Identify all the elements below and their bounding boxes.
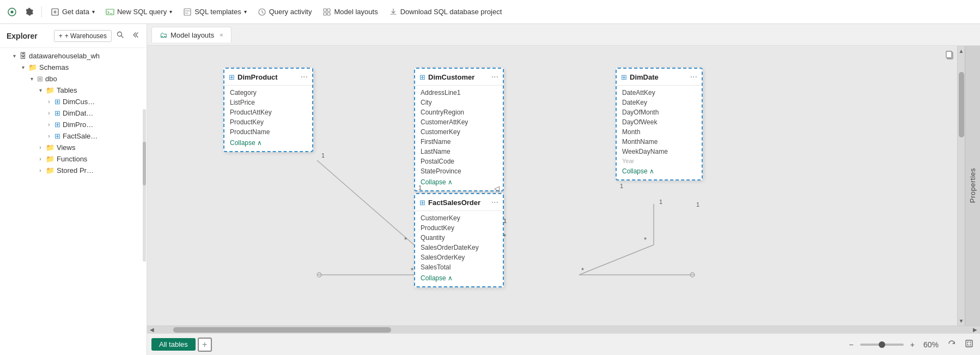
field-category[interactable]: Category: [224, 88, 312, 98]
sidebar-item-schemas[interactable]: ▾ 📁 Schemas: [0, 62, 147, 73]
table-menu-dimdate[interactable]: ···: [690, 72, 697, 82]
scrollbar-thumb[interactable]: [959, 72, 964, 137]
model-layouts-button[interactable]: Model layouts: [318, 5, 382, 19]
download-button[interactable]: Download SQL database project: [385, 5, 507, 19]
field-datekey[interactable]: DateKey: [617, 98, 702, 107]
scroll-up-button[interactable]: ▲: [958, 46, 965, 56]
sidebar-item-storedprocedures[interactable]: › 📁 Stored Pr…: [0, 165, 147, 176]
toolbar: Get data ▾ New SQL query ▾ SQL templates…: [0, 0, 980, 24]
field-city[interactable]: City: [415, 98, 503, 107]
chevron-down-icon: ▾: [20, 64, 26, 70]
sidebar-scrollbar-thumb[interactable]: [143, 142, 146, 185]
scroll-down-button[interactable]: ▼: [958, 316, 965, 326]
sidebar-item-dimproduct[interactable]: › ⊞ DimPro…: [0, 119, 147, 130]
get-data-button[interactable]: Get data ▾: [46, 5, 99, 19]
field-stateprovince[interactable]: StateProvince: [415, 166, 503, 176]
sidebar-item-functions[interactable]: › 📁 Functions: [0, 153, 147, 165]
table-card-header-dimcustomer: ⊞ DimCustomer ···: [415, 69, 503, 86]
zoom-slider[interactable]: [860, 344, 904, 346]
query-activity-button[interactable]: Query activity: [253, 5, 316, 19]
bottom-tabs: All tables +: [151, 338, 212, 352]
properties-panel[interactable]: Properties: [965, 46, 980, 326]
settings-icon[interactable]: [22, 4, 37, 20]
field-month[interactable]: Month: [617, 127, 702, 137]
zoom-minus-button[interactable]: −: [847, 339, 856, 350]
field-weekdayname[interactable]: WeekDayName: [617, 147, 702, 157]
scroll-right-button[interactable]: ▶: [970, 326, 980, 334]
search-button[interactable]: [115, 29, 126, 42]
table-card-dimcustomer[interactable]: ⊞ DimCustomer ··· AddressLine1 City Coun…: [414, 68, 504, 191]
field-productattkey[interactable]: ProductAttKey: [224, 107, 312, 117]
field-fact-salestotal[interactable]: SalesTotal: [415, 262, 503, 272]
copy-icon[interactable]: [945, 50, 955, 62]
refresh-button[interactable]: [945, 338, 958, 351]
add-tab-button[interactable]: +: [198, 338, 212, 352]
field-fact-salesorderkey[interactable]: SalesOrderKey: [415, 252, 503, 262]
field-year[interactable]: Year: [617, 157, 702, 165]
table-icon: ⊞: [621, 73, 627, 81]
collapse-sidebar-button[interactable]: [129, 29, 140, 42]
field-fact-quantity[interactable]: Quantity: [415, 233, 503, 243]
add-warehouse-button[interactable]: + + Warehouses: [54, 30, 112, 42]
home-icon[interactable]: [4, 4, 20, 20]
canvas[interactable]: * 1 * 1 * 1 *: [147, 46, 980, 326]
field-dateattkey[interactable]: DateAttKey: [617, 88, 702, 98]
h-scrollbar-thumb[interactable]: [173, 327, 391, 333]
sidebar-item-views[interactable]: › 📁 Views: [0, 142, 147, 153]
table-menu-dimproduct[interactable]: ···: [301, 72, 308, 82]
table-icon: ⊞: [419, 198, 425, 207]
svg-point-10: [118, 32, 122, 37]
all-tables-tab[interactable]: All tables: [151, 338, 196, 351]
field-addressline1[interactable]: AddressLine1: [415, 88, 503, 98]
table-menu-dimcustomer[interactable]: ···: [491, 72, 498, 82]
field-dayofweek[interactable]: DayOfWeek: [617, 117, 702, 127]
table-menu-factsalesorder[interactable]: ···: [491, 197, 498, 207]
fit-screen-button[interactable]: [963, 338, 976, 351]
tab-model-layouts[interactable]: 🗂 Model layouts ×: [151, 27, 232, 43]
sidebar-item-datawarehouse[interactable]: ▾ 🗄 datawarehouselab_wh: [0, 50, 147, 62]
field-postalcode[interactable]: PostalCode: [415, 157, 503, 166]
table-icon: ⊞: [229, 73, 235, 81]
divider-1: [41, 7, 42, 17]
field-dayofmonth[interactable]: DayOfMonth: [617, 107, 702, 117]
collapse-dimproduct[interactable]: Collapse ∧: [224, 137, 312, 149]
sql-templates-button[interactable]: SQL templates ▾: [179, 5, 251, 19]
collapse-dimdate[interactable]: Collapse ∧: [617, 165, 702, 177]
sidebar-item-dbo[interactable]: ▾ ⊞ dbo: [0, 73, 147, 85]
new-sql-query-button[interactable]: New SQL query ▾: [101, 5, 176, 19]
field-lastname[interactable]: LastName: [415, 147, 503, 157]
field-fact-salesorderdatekey[interactable]: SalesOrderDateKey: [415, 243, 503, 252]
field-productkey[interactable]: ProductKey: [224, 117, 312, 127]
sidebar-item-dimcustomer[interactable]: › ⊞ DimCus…: [0, 96, 147, 107]
relation-label-1-top: 1: [418, 184, 422, 191]
table-body-dimcustomer: AddressLine1 City CountryRegion Customer…: [415, 86, 503, 190]
field-productname[interactable]: ProductName: [224, 127, 312, 137]
table-card-dimproduct[interactable]: ⊞ DimProduct ··· Category ListPrice Prod…: [223, 68, 313, 152]
collapse-dimcustomer[interactable]: Collapse ∧: [415, 176, 503, 188]
field-countryregion[interactable]: CountryRegion: [415, 107, 503, 117]
field-fact-productkey[interactable]: ProductKey: [415, 223, 503, 233]
tab-close-button[interactable]: ×: [220, 32, 223, 38]
scroll-left-button[interactable]: ◀: [147, 326, 157, 334]
vertical-scrollbar[interactable]: ▲ ▼: [957, 46, 965, 326]
sidebar-item-factsalesorder[interactable]: › ⊞ FactSale…: [0, 130, 147, 142]
sidebar-scrollbar[interactable]: [143, 109, 146, 262]
field-firstname[interactable]: FirstName: [415, 137, 503, 147]
svg-text:1: 1: [659, 198, 662, 205]
zoom-thumb[interactable]: [879, 341, 885, 348]
table-card-factsalesorder[interactable]: ⊞ FactSalesOrder ··· CustomerKey Product…: [414, 193, 504, 287]
collapse-factsalesorder[interactable]: Collapse ∧: [415, 272, 503, 284]
sidebar-item-dimdate[interactable]: › ⊞ DimDat…: [0, 107, 147, 119]
sidebar-item-tables[interactable]: ▾ 📁 Tables: [0, 85, 147, 96]
svg-text:1: 1: [321, 152, 325, 159]
table-card-dimdate[interactable]: ⊞ DimDate ··· DateAttKey DateKey DayOfMo…: [616, 68, 703, 180]
field-fact-customerkey[interactable]: CustomerKey: [415, 213, 503, 223]
table-icon: ⊞: [419, 73, 425, 81]
field-customerattkey[interactable]: CustomerAttKey: [415, 117, 503, 127]
field-monthname[interactable]: MonthName: [617, 137, 702, 147]
field-listprice[interactable]: ListPrice: [224, 98, 312, 107]
field-customerkey[interactable]: CustomerKey: [415, 127, 503, 137]
horizontal-scrollbar[interactable]: ◀ ▶: [147, 326, 980, 333]
sidebar: Explorer + + Warehouses ▾ 🗄 datawarehou: [0, 24, 147, 355]
zoom-plus-button[interactable]: +: [908, 339, 917, 350]
